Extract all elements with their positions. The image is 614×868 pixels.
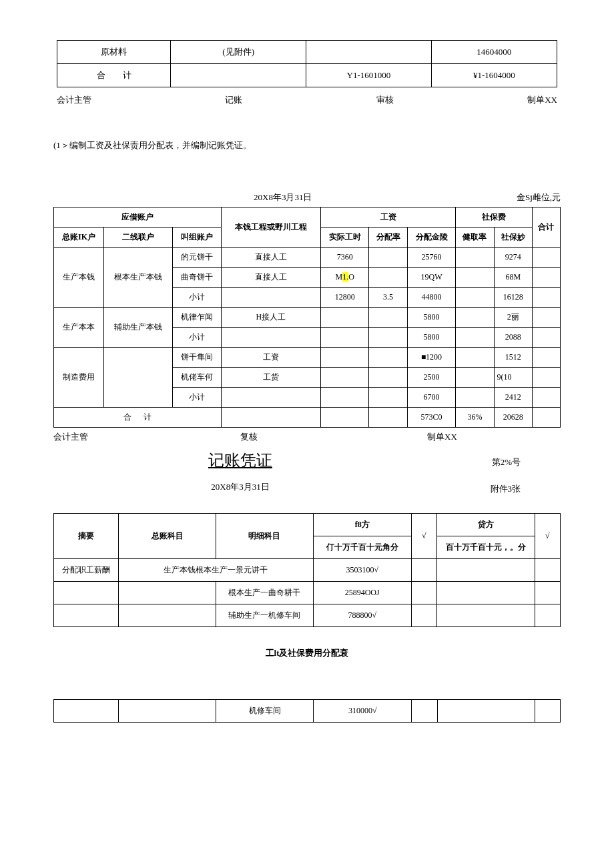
last-row-table: 机修车间 310000√ [53, 699, 561, 723]
th-samount: 社保妙 [494, 228, 532, 248]
cell: 合 计 [57, 64, 171, 87]
cell [306, 41, 432, 64]
th-credit: 贷方 [437, 514, 535, 536]
cell [171, 64, 306, 87]
sig-label: 审核 [376, 94, 394, 106]
table-row: 制造费用 饼干隼间 工资 ■1200 1512 [54, 348, 561, 368]
th-debit: f8方 [313, 514, 411, 536]
table-row: 生产本钱 根本生产本钱 的元饼干 直接人工 7360 25760 9274 [54, 248, 561, 268]
allocation-header: 20X8年3月31日 金Sj雌位,元 [53, 191, 561, 203]
table-row: 辅助生产一机修车间 788800√ [54, 604, 561, 627]
cell: Y1-1601000 [306, 64, 432, 87]
signature-row-1: 会计主管 记账 审核 制单XX [57, 94, 557, 106]
table-row: 生产本本 辅助生产本钱 机律乍闻 H接人工 5800 2丽 [54, 308, 561, 328]
table-total-row: 合 计 573C0 36% 20628 [54, 408, 561, 428]
alloc-unit: 金Sj雌位,元 [517, 191, 561, 203]
voucher-block: 记账凭证 第2%号 20X8年3月31日 附件3张 [53, 450, 561, 493]
th-summary: 摘要 [54, 514, 119, 559]
th-project: 本饯工程或野川工程 [221, 207, 320, 248]
sub-title: 工lt及社保费用分配衰 [53, 647, 561, 659]
th-amount: 分配金陵 [407, 228, 456, 248]
sig-label: 会计主管 [57, 94, 91, 106]
th-social: 社保费 [456, 207, 533, 228]
th-wage: 工资 [320, 207, 455, 228]
th-ledger: 总账科目 [119, 514, 216, 559]
voucher-date: 20X8年3月31日 [174, 481, 307, 493]
sig-label: 复核 [240, 431, 427, 443]
note-text: (1＞编制工资及社保责用分配表，并编制记账凭证。 [53, 139, 614, 151]
th-account: 应借账户 [54, 207, 222, 228]
th-detail: 叫组账户 [173, 228, 222, 248]
th-debit-digits: 仃十万千百十元角分 [313, 536, 411, 559]
th-total: 合计 [532, 207, 560, 248]
voucher-attachments: 附件3张 [491, 483, 521, 495]
sig-label: 制单XX [427, 431, 457, 443]
alloc-date: 20X8年3月31日 [254, 191, 387, 203]
th-ledger: 总账IK户 [54, 228, 104, 248]
table-row: 分配职工薪酬 生产本钱根本生产一景元讲干 3503100√ [54, 559, 561, 582]
cell: 原材料 [57, 41, 171, 64]
sig-label: 会计主管 [53, 431, 240, 443]
cell: (见附件) [171, 41, 306, 64]
th-rate: 分配率 [369, 228, 407, 248]
th-hours: 实际工时 [320, 228, 369, 248]
th-detail: 明细科目 [216, 514, 313, 559]
voucher-title: 记账凭证 [174, 450, 307, 471]
voucher-number: 第2%号 [492, 456, 521, 468]
voucher-table: 摘要 总账科目 明细科目 f8方 √ 贷方 √ 仃十万千百十元角分 百十万千百十… [53, 513, 561, 627]
signature-row-2: 会计主管 复核 制单XX [53, 431, 561, 443]
th-second: 二线联户 [104, 228, 173, 248]
th-check: √ [411, 514, 436, 559]
cell: ¥1-1604000 [431, 64, 557, 87]
allocation-table: 应借账户 本饯工程或野川工程 工资 社保费 合计 总账IK户 二线联户 叫组账户… [53, 207, 561, 428]
sig-label: 制单XX [527, 94, 557, 106]
cell: 14604000 [431, 41, 557, 64]
th-credit-digits: 百十万千百十元，。分 [437, 536, 535, 559]
table-row: 根本生产一曲奇耕干 25894OOJ [54, 582, 561, 604]
th-srate: 健取率 [456, 228, 494, 248]
sig-label: 记账 [225, 94, 242, 106]
table-row: 机修车间 310000√ [54, 700, 561, 723]
top-table: 原材料 (见附件) 14604000 合 计 Y1-1601000 ¥1-160… [57, 40, 557, 87]
th-check: √ [535, 514, 560, 559]
